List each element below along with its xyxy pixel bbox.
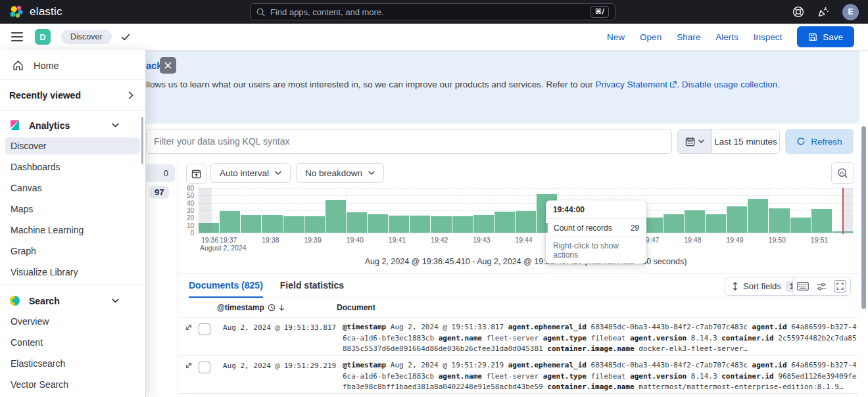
histogram-bar[interactable] [431,216,451,233]
table-row[interactable]: Aug 2, 2024 @ 19:51:29.219@timestamp Aug… [179,356,859,394]
refresh-button[interactable]: Refresh [785,129,854,154]
histogram-bar[interactable] [452,216,473,233]
sidebar-item-maps[interactable]: Maps [5,200,140,218]
timestamp-column-header[interactable]: @timestamp [217,303,337,312]
histogram-bar[interactable] [663,214,684,233]
histogram-bar[interactable] [347,212,367,233]
x-tick-label: 19:50 [769,236,786,244]
histogram-bar[interactable] [220,211,240,233]
disable-usage-collection-link[interactable]: Disable usage collection. [682,80,780,89]
histogram-bar[interactable] [304,216,325,233]
toolbar-link-inspect[interactable]: Inspect [754,32,783,42]
sidebar-item-discover[interactable]: Discover [5,137,140,154]
edit-time-interval-button[interactable] [186,164,206,184]
histogram-bar[interactable] [389,216,409,233]
sidebar-item-overview[interactable]: Overview [5,313,140,330]
expand-row-icon[interactable] [185,323,193,352]
chevron-down-icon [698,139,704,143]
keyboard-shortcuts-button[interactable] [797,282,809,291]
home-icon [12,60,24,71]
histogram-bar[interactable] [283,216,304,233]
clock-icon [268,304,276,312]
sidebar-item-graph[interactable]: Graph [5,243,140,260]
expand-row-icon[interactable] [185,362,193,390]
fullscreen-button[interactable] [834,280,846,292]
y-tick-label: 40 [187,200,194,207]
display-options-button[interactable] [816,282,827,291]
sidebar-item-dashboards[interactable]: Dashboards [5,158,140,175]
nav-section-analytics[interactable]: Analytics [0,111,145,137]
histogram-bar[interactable] [241,215,261,233]
sidebar-item-visualize-library[interactable]: Visualize Library [5,264,140,281]
nav-home[interactable]: Home [0,50,145,80]
sidebar-item-machine-learning[interactable]: Machine Learning [5,222,140,239]
histogram-bar[interactable] [748,199,768,233]
y-tick-label: 50 [187,192,194,199]
chevron-down-icon [368,171,375,175]
help-button[interactable] [792,6,804,18]
histogram-bar[interactable] [262,215,282,233]
time-picker-calendar-segment[interactable] [678,129,712,153]
y-tick-label: 30 [187,207,194,214]
flyout-scrollbar[interactable] [141,117,143,164]
tab-field-statistics[interactable]: Field statistics [280,280,344,298]
menu-toggle-button[interactable] [11,30,23,44]
toolbar-link-alerts[interactable]: Alerts [715,32,738,42]
histogram-bar[interactable] [790,218,811,233]
available-fields-count: 97 [149,186,169,198]
sidebar-item-vector-search[interactable]: Vector Search [5,376,140,393]
breadcrumb[interactable]: Discover [61,30,112,44]
sidebar-item-elasticsearch[interactable]: Elasticsearch [5,355,140,372]
histogram-bar[interactable] [516,211,536,233]
calendar-edit-icon [191,169,201,179]
kql-query-input[interactable]: Filter your data using KQL syntax [146,129,672,154]
interval-dropdown[interactable]: Auto interval [210,163,291,183]
sidebar-item-canvas[interactable]: Canvas [5,179,140,197]
space-badge[interactable]: D [35,29,51,45]
privacy-statement-link[interactable]: Privacy Statement [596,80,668,89]
calendar-icon [685,137,695,147]
global-search-input[interactable]: Find apps, content, and more. ⌘/ [250,3,615,20]
elastic-brand[interactable]: elastic [0,5,62,19]
toolbar-link-open[interactable]: Open [640,32,662,42]
histogram-bar[interactable] [727,206,747,233]
x-tick-label: 19:48 [684,236,701,244]
breakdown-dropdown[interactable]: No breakdown [296,163,384,183]
banner-close-button[interactable] [160,57,176,74]
tooltip-value: 29 [631,223,639,233]
user-avatar[interactable]: E [842,4,859,20]
tab-documents-[interactable]: Documents (825) [189,280,263,298]
histogram-bar[interactable] [326,200,346,233]
histogram-bar[interactable] [410,216,430,233]
nav-recently-viewed[interactable]: Recently viewed [0,80,145,111]
time-range-picker[interactable]: Last 15 minutes [677,129,780,154]
histogram-bar[interactable] [494,212,515,233]
table-row[interactable]: Aug 2, 2024 @ 19:51:33.817@timestamp Aug… [179,317,859,356]
current-time-marker [842,188,844,234]
sidebar-item-content[interactable]: Content [5,334,140,351]
save-button[interactable]: Save [797,26,854,47]
edit-visualization-button[interactable] [831,162,854,184]
histogram-bar[interactable] [706,214,726,233]
news-feed-button[interactable] [817,6,829,18]
histogram-bar[interactable] [769,208,789,233]
histogram-bar[interactable] [685,210,705,233]
histogram-bar[interactable] [368,214,388,233]
time-range-value[interactable]: Last 15 minutes [712,129,779,153]
document-column-header[interactable]: Document [337,303,859,312]
row-checkbox[interactable] [199,362,210,373]
banner-body: llows us to learn what our users are mos… [146,80,781,89]
chart-caption: Aug 2, 2024 @ 19:36:45.410 - Aug 2, 2024… [199,257,853,266]
histogram-bar[interactable] [811,209,832,233]
row-checkbox[interactable] [199,323,210,335]
kibana-icon [9,120,20,131]
chevron-right-icon [128,91,133,99]
x-tick-label: 19:38 [262,236,279,244]
histogram-chart[interactable] [199,188,853,233]
page-scrollbar[interactable] [861,126,866,309]
nav-section-search[interactable]: Search [0,287,145,313]
toolbar-link-new[interactable]: New [607,32,625,42]
toolbar-link-share[interactable]: Share [677,32,700,42]
histogram-bar[interactable] [473,215,494,233]
close-icon [164,62,172,69]
